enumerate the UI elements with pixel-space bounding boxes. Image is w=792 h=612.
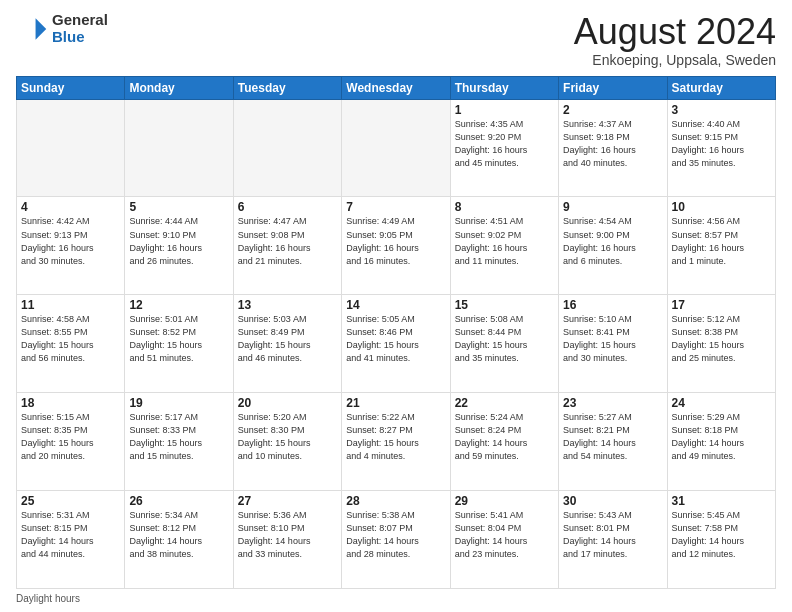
calendar-cell: 12Sunrise: 5:01 AMSunset: 8:52 PMDayligh… bbox=[125, 295, 233, 393]
day-number: 26 bbox=[129, 494, 228, 508]
calendar-cell: 24Sunrise: 5:29 AMSunset: 8:18 PMDayligh… bbox=[667, 393, 775, 491]
calendar-cell bbox=[125, 99, 233, 197]
day-info: Sunrise: 5:22 AMSunset: 8:27 PMDaylight:… bbox=[346, 411, 445, 463]
day-number: 30 bbox=[563, 494, 662, 508]
day-number: 7 bbox=[346, 200, 445, 214]
day-number: 4 bbox=[21, 200, 120, 214]
day-number: 28 bbox=[346, 494, 445, 508]
calendar-cell: 31Sunrise: 5:45 AMSunset: 7:58 PMDayligh… bbox=[667, 491, 775, 589]
col-header-tuesday: Tuesday bbox=[233, 76, 341, 99]
calendar-cell: 8Sunrise: 4:51 AMSunset: 9:02 PMDaylight… bbox=[450, 197, 558, 295]
day-info: Sunrise: 4:35 AMSunset: 9:20 PMDaylight:… bbox=[455, 118, 554, 170]
day-info: Sunrise: 5:01 AMSunset: 8:52 PMDaylight:… bbox=[129, 313, 228, 365]
col-header-thursday: Thursday bbox=[450, 76, 558, 99]
day-number: 2 bbox=[563, 103, 662, 117]
calendar-cell: 11Sunrise: 4:58 AMSunset: 8:55 PMDayligh… bbox=[17, 295, 125, 393]
day-number: 11 bbox=[21, 298, 120, 312]
day-number: 25 bbox=[21, 494, 120, 508]
day-info: Sunrise: 5:38 AMSunset: 8:07 PMDaylight:… bbox=[346, 509, 445, 561]
calendar-table: SundayMondayTuesdayWednesdayThursdayFrid… bbox=[16, 76, 776, 589]
calendar-week-5: 25Sunrise: 5:31 AMSunset: 8:15 PMDayligh… bbox=[17, 491, 776, 589]
day-info: Sunrise: 5:45 AMSunset: 7:58 PMDaylight:… bbox=[672, 509, 771, 561]
calendar-header-row: SundayMondayTuesdayWednesdayThursdayFrid… bbox=[17, 76, 776, 99]
day-info: Sunrise: 4:58 AMSunset: 8:55 PMDaylight:… bbox=[21, 313, 120, 365]
day-number: 13 bbox=[238, 298, 337, 312]
day-info: Sunrise: 5:05 AMSunset: 8:46 PMDaylight:… bbox=[346, 313, 445, 365]
calendar-cell bbox=[17, 99, 125, 197]
page: General Blue August 2024 Enkoeping, Upps… bbox=[0, 0, 792, 612]
day-number: 5 bbox=[129, 200, 228, 214]
calendar-week-2: 4Sunrise: 4:42 AMSunset: 9:13 PMDaylight… bbox=[17, 197, 776, 295]
day-number: 19 bbox=[129, 396, 228, 410]
calendar-cell: 5Sunrise: 4:44 AMSunset: 9:10 PMDaylight… bbox=[125, 197, 233, 295]
day-info: Sunrise: 4:47 AMSunset: 9:08 PMDaylight:… bbox=[238, 215, 337, 267]
header: General Blue August 2024 Enkoeping, Upps… bbox=[16, 12, 776, 68]
col-header-wednesday: Wednesday bbox=[342, 76, 450, 99]
calendar-cell: 17Sunrise: 5:12 AMSunset: 8:38 PMDayligh… bbox=[667, 295, 775, 393]
day-number: 16 bbox=[563, 298, 662, 312]
calendar-cell: 2Sunrise: 4:37 AMSunset: 9:18 PMDaylight… bbox=[559, 99, 667, 197]
day-number: 20 bbox=[238, 396, 337, 410]
day-info: Sunrise: 4:44 AMSunset: 9:10 PMDaylight:… bbox=[129, 215, 228, 267]
calendar-cell: 4Sunrise: 4:42 AMSunset: 9:13 PMDaylight… bbox=[17, 197, 125, 295]
day-info: Sunrise: 4:40 AMSunset: 9:15 PMDaylight:… bbox=[672, 118, 771, 170]
col-header-monday: Monday bbox=[125, 76, 233, 99]
title-block: August 2024 Enkoeping, Uppsala, Sweden bbox=[574, 12, 776, 68]
day-info: Sunrise: 5:12 AMSunset: 8:38 PMDaylight:… bbox=[672, 313, 771, 365]
calendar-cell: 6Sunrise: 4:47 AMSunset: 9:08 PMDaylight… bbox=[233, 197, 341, 295]
day-info: Sunrise: 5:29 AMSunset: 8:18 PMDaylight:… bbox=[672, 411, 771, 463]
day-number: 18 bbox=[21, 396, 120, 410]
calendar-week-1: 1Sunrise: 4:35 AMSunset: 9:20 PMDaylight… bbox=[17, 99, 776, 197]
day-info: Sunrise: 5:24 AMSunset: 8:24 PMDaylight:… bbox=[455, 411, 554, 463]
col-header-saturday: Saturday bbox=[667, 76, 775, 99]
logo: General Blue bbox=[16, 12, 108, 45]
calendar-cell: 13Sunrise: 5:03 AMSunset: 8:49 PMDayligh… bbox=[233, 295, 341, 393]
col-header-friday: Friday bbox=[559, 76, 667, 99]
day-number: 21 bbox=[346, 396, 445, 410]
day-number: 24 bbox=[672, 396, 771, 410]
day-info: Sunrise: 5:03 AMSunset: 8:49 PMDaylight:… bbox=[238, 313, 337, 365]
calendar-cell: 21Sunrise: 5:22 AMSunset: 8:27 PMDayligh… bbox=[342, 393, 450, 491]
calendar-week-4: 18Sunrise: 5:15 AMSunset: 8:35 PMDayligh… bbox=[17, 393, 776, 491]
calendar-cell: 14Sunrise: 5:05 AMSunset: 8:46 PMDayligh… bbox=[342, 295, 450, 393]
day-info: Sunrise: 4:42 AMSunset: 9:13 PMDaylight:… bbox=[21, 215, 120, 267]
subtitle: Enkoeping, Uppsala, Sweden bbox=[574, 52, 776, 68]
calendar-cell: 19Sunrise: 5:17 AMSunset: 8:33 PMDayligh… bbox=[125, 393, 233, 491]
day-number: 17 bbox=[672, 298, 771, 312]
day-number: 3 bbox=[672, 103, 771, 117]
day-info: Sunrise: 4:56 AMSunset: 8:57 PMDaylight:… bbox=[672, 215, 771, 267]
calendar-cell: 30Sunrise: 5:43 AMSunset: 8:01 PMDayligh… bbox=[559, 491, 667, 589]
day-number: 12 bbox=[129, 298, 228, 312]
calendar-cell: 3Sunrise: 4:40 AMSunset: 9:15 PMDaylight… bbox=[667, 99, 775, 197]
calendar-cell: 20Sunrise: 5:20 AMSunset: 8:30 PMDayligh… bbox=[233, 393, 341, 491]
day-info: Sunrise: 5:10 AMSunset: 8:41 PMDaylight:… bbox=[563, 313, 662, 365]
day-number: 31 bbox=[672, 494, 771, 508]
calendar-cell: 23Sunrise: 5:27 AMSunset: 8:21 PMDayligh… bbox=[559, 393, 667, 491]
day-number: 10 bbox=[672, 200, 771, 214]
calendar-cell: 26Sunrise: 5:34 AMSunset: 8:12 PMDayligh… bbox=[125, 491, 233, 589]
calendar-cell: 7Sunrise: 4:49 AMSunset: 9:05 PMDaylight… bbox=[342, 197, 450, 295]
day-info: Sunrise: 4:37 AMSunset: 9:18 PMDaylight:… bbox=[563, 118, 662, 170]
svg-marker-1 bbox=[41, 18, 48, 25]
day-info: Sunrise: 5:20 AMSunset: 8:30 PMDaylight:… bbox=[238, 411, 337, 463]
calendar-cell bbox=[233, 99, 341, 197]
calendar-cell: 1Sunrise: 4:35 AMSunset: 9:20 PMDaylight… bbox=[450, 99, 558, 197]
calendar-cell: 27Sunrise: 5:36 AMSunset: 8:10 PMDayligh… bbox=[233, 491, 341, 589]
calendar-cell: 10Sunrise: 4:56 AMSunset: 8:57 PMDayligh… bbox=[667, 197, 775, 295]
day-info: Sunrise: 4:51 AMSunset: 9:02 PMDaylight:… bbox=[455, 215, 554, 267]
logo-text: General Blue bbox=[52, 12, 108, 45]
calendar-cell: 15Sunrise: 5:08 AMSunset: 8:44 PMDayligh… bbox=[450, 295, 558, 393]
calendar-cell: 25Sunrise: 5:31 AMSunset: 8:15 PMDayligh… bbox=[17, 491, 125, 589]
day-info: Sunrise: 5:31 AMSunset: 8:15 PMDaylight:… bbox=[21, 509, 120, 561]
day-number: 6 bbox=[238, 200, 337, 214]
day-number: 22 bbox=[455, 396, 554, 410]
day-info: Sunrise: 5:34 AMSunset: 8:12 PMDaylight:… bbox=[129, 509, 228, 561]
day-info: Sunrise: 5:17 AMSunset: 8:33 PMDaylight:… bbox=[129, 411, 228, 463]
day-info: Sunrise: 5:43 AMSunset: 8:01 PMDaylight:… bbox=[563, 509, 662, 561]
day-number: 14 bbox=[346, 298, 445, 312]
calendar-cell bbox=[342, 99, 450, 197]
day-number: 27 bbox=[238, 494, 337, 508]
day-info: Sunrise: 5:36 AMSunset: 8:10 PMDaylight:… bbox=[238, 509, 337, 561]
main-title: August 2024 bbox=[574, 12, 776, 52]
day-number: 29 bbox=[455, 494, 554, 508]
